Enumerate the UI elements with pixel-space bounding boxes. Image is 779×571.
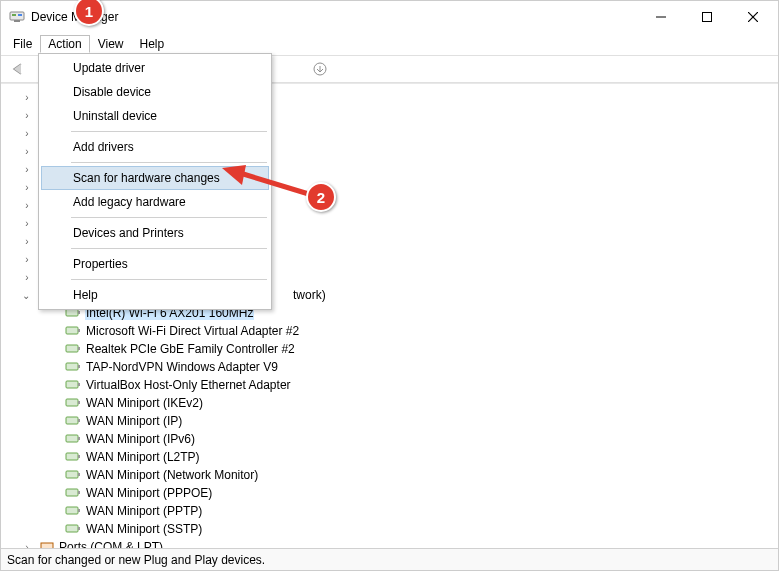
svg-rect-22 xyxy=(78,419,80,422)
scan-hardware-icon[interactable] xyxy=(308,58,332,80)
chevron-right-icon: › xyxy=(21,110,33,121)
svg-rect-10 xyxy=(78,311,80,314)
svg-rect-17 xyxy=(66,381,78,388)
menu-help[interactable]: Help xyxy=(132,35,173,53)
chevron-right-icon: › xyxy=(21,92,33,103)
chevron-right-icon: › xyxy=(21,164,33,175)
network-adapter-icon xyxy=(65,413,81,429)
app-icon xyxy=(9,9,25,25)
svg-rect-33 xyxy=(66,525,78,532)
menu-separator xyxy=(71,162,267,163)
svg-rect-14 xyxy=(78,347,80,350)
category-label: Ports (COM & LPT) xyxy=(59,540,163,548)
svg-rect-11 xyxy=(66,327,78,334)
chevron-right-icon: › xyxy=(21,128,33,139)
svg-rect-2 xyxy=(18,14,22,16)
chevron-right-icon: › xyxy=(21,542,33,549)
svg-rect-3 xyxy=(14,20,20,22)
network-adapter-icon xyxy=(65,359,81,375)
minimize-button[interactable] xyxy=(638,1,684,33)
network-adapter-icon xyxy=(65,431,81,447)
tree-item-network-adapter[interactable]: WAN Miniport (L2TP) xyxy=(21,448,778,466)
svg-rect-19 xyxy=(66,399,78,406)
menu-file[interactable]: File xyxy=(5,35,40,53)
menu-devices-printers[interactable]: Devices and Printers xyxy=(41,221,269,245)
adapter-label: WAN Miniport (IKEv2) xyxy=(85,396,204,410)
tree-item-network-adapter[interactable]: TAP-NordVPN Windows Adapter V9 xyxy=(21,358,778,376)
tree-item-network-adapter[interactable]: WAN Miniport (PPPOE) xyxy=(21,484,778,502)
adapter-label: TAP-NordVPN Windows Adapter V9 xyxy=(85,360,279,374)
tree-item-network-adapter[interactable]: Realtek PCIe GbE Family Controller #2 xyxy=(21,340,778,358)
svg-rect-9 xyxy=(66,309,78,316)
menu-separator xyxy=(71,248,267,249)
menu-uninstall-device[interactable]: Uninstall device xyxy=(41,104,269,128)
svg-rect-16 xyxy=(78,365,80,368)
svg-rect-12 xyxy=(78,329,80,332)
tree-item-network-adapter[interactable]: WAN Miniport (IP) xyxy=(21,412,778,430)
menu-separator xyxy=(71,131,267,132)
svg-rect-26 xyxy=(78,455,80,458)
svg-rect-23 xyxy=(66,435,78,442)
category-label-partial: twork) xyxy=(293,288,326,302)
tree-item-network-adapter[interactable]: WAN Miniport (IKEv2) xyxy=(21,394,778,412)
annotation-badge-2: 2 xyxy=(306,182,336,212)
tree-item-network-adapter[interactable]: Microsoft Wi-Fi Direct Virtual Adapter #… xyxy=(21,322,778,340)
close-button[interactable] xyxy=(730,1,776,33)
adapter-label: WAN Miniport (PPPOE) xyxy=(85,486,213,500)
adapter-label: WAN Miniport (IP) xyxy=(85,414,183,428)
menu-add-legacy[interactable]: Add legacy hardware xyxy=(41,190,269,214)
chevron-right-icon: › xyxy=(21,200,33,211)
svg-rect-5 xyxy=(703,13,712,22)
network-adapter-icon xyxy=(65,503,81,519)
svg-rect-28 xyxy=(78,473,80,476)
ports-icon xyxy=(39,539,55,548)
tree-item-network-adapter[interactable]: WAN Miniport (PPTP) xyxy=(21,502,778,520)
chevron-down-icon: ⌄ xyxy=(20,290,32,301)
adapter-label: WAN Miniport (L2TP) xyxy=(85,450,201,464)
adapter-label: WAN Miniport (Network Monitor) xyxy=(85,468,259,482)
svg-rect-13 xyxy=(66,345,78,352)
menu-update-driver[interactable]: Update driver xyxy=(41,56,269,80)
chevron-right-icon: › xyxy=(21,236,33,247)
adapter-label: WAN Miniport (PPTP) xyxy=(85,504,203,518)
svg-rect-1 xyxy=(12,14,16,16)
adapter-label: WAN Miniport (SSTP) xyxy=(85,522,203,536)
svg-rect-34 xyxy=(78,527,80,530)
chevron-right-icon: › xyxy=(21,254,33,265)
adapter-label: Realtek PCIe GbE Family Controller #2 xyxy=(85,342,296,356)
menu-action[interactable]: Action xyxy=(40,35,89,53)
menu-separator xyxy=(71,279,267,280)
svg-rect-20 xyxy=(78,401,80,404)
menu-properties[interactable]: Properties xyxy=(41,252,269,276)
menu-view[interactable]: View xyxy=(90,35,132,53)
svg-rect-15 xyxy=(66,363,78,370)
menu-disable-device[interactable]: Disable device xyxy=(41,80,269,104)
tree-item-network-adapter[interactable]: WAN Miniport (IPv6) xyxy=(21,430,778,448)
svg-rect-25 xyxy=(66,453,78,460)
adapter-label: WAN Miniport (IPv6) xyxy=(85,432,196,446)
menu-separator xyxy=(71,217,267,218)
chevron-right-icon: › xyxy=(21,272,33,283)
chevron-right-icon: › xyxy=(21,218,33,229)
menu-scan-hardware[interactable]: Scan for hardware changes xyxy=(41,166,269,190)
menu-add-drivers[interactable]: Add drivers xyxy=(41,135,269,159)
tree-item-network-adapter[interactable]: WAN Miniport (SSTP) xyxy=(21,520,778,538)
tree-item-network-adapter[interactable]: WAN Miniport (Network Monitor) xyxy=(21,466,778,484)
tree-item-network-adapter[interactable]: VirtualBox Host-Only Ethernet Adapter xyxy=(21,376,778,394)
network-adapter-icon xyxy=(65,521,81,537)
svg-rect-29 xyxy=(66,489,78,496)
network-adapter-icon xyxy=(65,485,81,501)
back-button[interactable] xyxy=(7,58,31,80)
network-adapter-icon xyxy=(65,467,81,483)
svg-rect-32 xyxy=(78,509,80,512)
maximize-button[interactable] xyxy=(684,1,730,33)
title-bar: Device Manager xyxy=(1,1,778,33)
adapter-label: Microsoft Wi-Fi Direct Virtual Adapter #… xyxy=(85,324,300,338)
menu-help-item[interactable]: Help xyxy=(41,283,269,307)
status-bar: Scan for changed or new Plug and Play de… xyxy=(1,548,778,570)
svg-rect-35 xyxy=(41,543,53,548)
tree-category-ports[interactable]: › Ports (COM & LPT) xyxy=(1,538,778,548)
network-adapter-icon xyxy=(65,323,81,339)
svg-rect-30 xyxy=(78,491,80,494)
svg-rect-18 xyxy=(78,383,80,386)
